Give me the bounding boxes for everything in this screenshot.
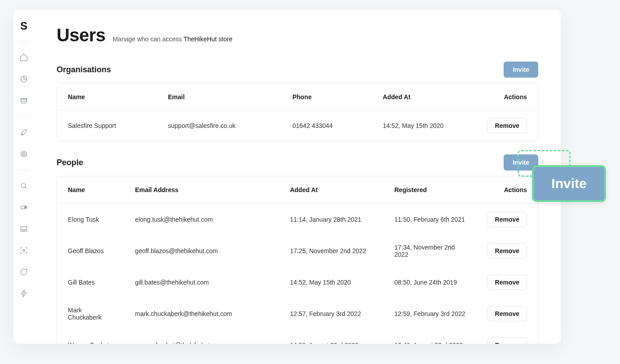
table-row: Gill Bates gill.bates@thehikehut.com 14:… <box>57 267 538 298</box>
subtitle-prefix: Manage who can access <box>113 35 182 43</box>
cell-email: elong.tusk@thehikehut.com <box>124 204 279 236</box>
cell-name: Elong Tusk <box>57 204 124 236</box>
table-header-row: Name Email Phone Added At Actions <box>57 83 538 111</box>
remove-button[interactable]: Remove <box>487 338 527 344</box>
page-title: Users <box>57 25 106 45</box>
cell-registered: 11:50, February 6th 2021 <box>384 204 477 236</box>
cell-email: support@salesfire.co.uk <box>157 111 282 141</box>
col-registered: Registered <box>384 176 477 204</box>
col-name: Name <box>57 83 157 111</box>
cell-phone: 01642 433044 <box>282 111 372 141</box>
cell-added-at: 12:57, February 3rd 2022 <box>279 298 383 329</box>
target-icon[interactable] <box>19 149 29 159</box>
organisations-table-card: Name Email Phone Added At Actions Salesf… <box>57 83 538 141</box>
remove-button[interactable]: Remove <box>487 118 527 133</box>
pie-chart-icon[interactable] <box>19 74 29 84</box>
cell-name: Warren Bucket <box>57 329 124 344</box>
main-content: Users Manage who can access TheHikeHut s… <box>34 10 561 344</box>
col-email: Email <box>157 83 282 111</box>
cell-added-at: 11:14, January 28th 2021 <box>279 204 383 236</box>
svg-point-6 <box>24 206 26 208</box>
col-phone: Phone <box>282 83 372 111</box>
organisations-title: Organisations <box>57 65 111 75</box>
col-actions: Actions <box>477 176 538 204</box>
cell-added-at: 14:52, May 15th 2020 <box>372 111 477 141</box>
page-subtitle: Manage who can access TheHikeHut store <box>113 35 233 43</box>
chat-icon[interactable] <box>19 267 29 277</box>
cell-name: Geoff Blazos <box>57 235 124 267</box>
col-name: Name <box>57 176 124 204</box>
cell-email: warren.bucket@thehikehut.com <box>124 329 279 344</box>
remove-button[interactable]: Remove <box>487 306 527 321</box>
sidebar-divider <box>19 116 29 117</box>
sidebar-divider <box>19 170 29 170</box>
store-icon[interactable] <box>19 96 29 105</box>
home-icon[interactable] <box>19 53 29 62</box>
col-added-at: Added At <box>279 176 383 204</box>
svg-point-4 <box>21 183 26 188</box>
table-row: Warren Bucket warren.bucket@thehikehut.c… <box>57 329 538 344</box>
remove-button[interactable]: Remove <box>487 212 527 227</box>
cell-registered: 08:50, June 24th 2019 <box>384 267 477 298</box>
remove-button[interactable]: Remove <box>487 243 527 259</box>
cell-name: Mark Chuckaberk <box>57 298 124 329</box>
cell-added-at: 17:25, November 2nd 2022 <box>279 235 383 267</box>
people-title: People <box>57 158 83 167</box>
table-row: Mark Chuckaberk mark.chuckaberk@thehikeh… <box>57 298 538 329</box>
svg-point-3 <box>23 153 24 154</box>
cell-name: Gill Bates <box>57 267 124 298</box>
cell-email: geoff.blazos@thehikehut.com <box>124 235 279 267</box>
table-row: Elong Tusk elong.tusk@thehikehut.com 11:… <box>57 204 538 236</box>
cell-email: mark.chuckaberk@thehikehut.com <box>124 298 279 329</box>
rocket-icon[interactable] <box>19 127 29 137</box>
svg-point-2 <box>22 153 26 156</box>
svg-point-1 <box>21 151 27 157</box>
capture-icon[interactable] <box>19 246 29 255</box>
search-icon[interactable] <box>19 181 29 191</box>
cell-added-at: 14:52, May 15th 2020 <box>279 267 383 298</box>
col-actions: Actions <box>477 83 538 111</box>
col-email: Email Address <box>124 176 279 204</box>
cell-registered: 12:46, August 23rd 2022 <box>384 329 477 344</box>
col-added-at: Added At <box>372 83 477 111</box>
sidebar-divider <box>19 41 29 42</box>
table-row: Salesfire Support support@salesfire.co.u… <box>57 111 538 141</box>
store-name: TheHikeHut store <box>183 35 232 43</box>
organisations-table: Name Email Phone Added At Actions Salesf… <box>57 83 538 140</box>
app-logo[interactable]: S <box>20 20 27 32</box>
inbox-icon[interactable] <box>19 224 29 234</box>
people-section-head: People Invite <box>57 154 538 171</box>
remove-button[interactable]: Remove <box>487 275 527 290</box>
cell-added-at: 14:50, August 23rd 2022 <box>279 329 383 344</box>
invite-organisation-button[interactable]: Invite <box>504 61 538 78</box>
cell-registered: 12:59, February 3rd 2022 <box>384 298 477 329</box>
page-header: Users Manage who can access TheHikeHut s… <box>57 25 538 45</box>
toggle-icon[interactable] <box>19 202 29 212</box>
cell-email: gill.bates@thehikehut.com <box>124 267 279 298</box>
people-table-card: Name Email Address Added At Registered A… <box>57 176 538 344</box>
app-shell: S <box>13 10 561 344</box>
svg-point-7 <box>23 250 25 252</box>
table-header-row: Name Email Address Added At Registered A… <box>57 176 538 204</box>
cell-registered: 17:34, November 2nd 2022 <box>384 235 477 267</box>
organisations-section-head: Organisations Invite <box>57 61 538 78</box>
people-table: Name Email Address Added At Registered A… <box>57 176 538 344</box>
invite-callout: Invite <box>532 165 606 202</box>
table-row: Geoff Blazos geoff.blazos@thehikehut.com… <box>57 235 538 267</box>
bolt-icon[interactable] <box>19 289 29 298</box>
cell-name: Salesfire Support <box>57 111 157 141</box>
sidebar: S <box>13 10 34 344</box>
